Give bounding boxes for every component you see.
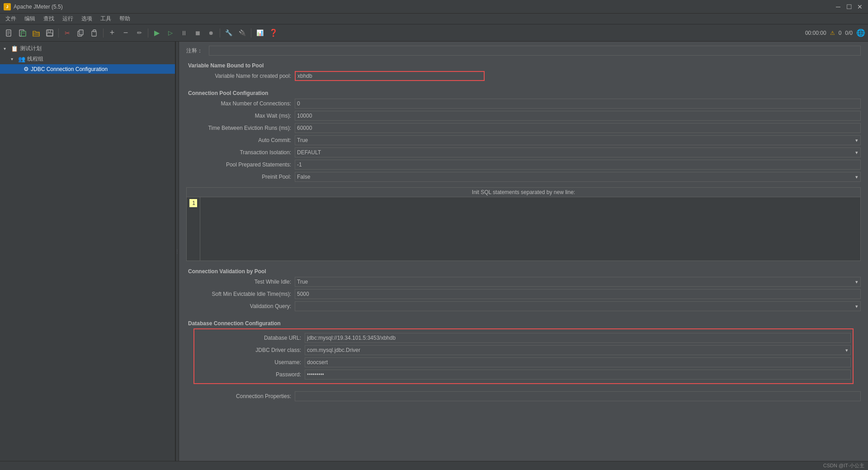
sql-editor[interactable] — [200, 197, 860, 261]
var-created-input[interactable] — [295, 71, 485, 81]
db-highlighted-wrapper: Database URL: JDBC Driver class: com.mys… — [193, 328, 854, 384]
svg-rect-11 — [79, 30, 83, 35]
paste-button[interactable] — [88, 27, 101, 39]
toolbar-right: 00:00:00 ⚠ 0 0/0 🌐 — [805, 28, 865, 37]
remote-start-button[interactable]: 🔧 — [222, 27, 235, 39]
sidebar-item-label-testplan: 测试计划 — [20, 45, 42, 52]
pool-label-maxwait: Max Wait (ms): — [186, 113, 295, 119]
var-bound-section: Variable Name Bound to Pool Variable Nam… — [179, 57, 868, 85]
remove-button[interactable]: − — [119, 27, 132, 39]
menu-tools[interactable]: 工具 — [97, 14, 115, 24]
start-no-pause-button[interactable]: ▷ — [164, 27, 177, 39]
sidebar-item-threadgroup[interactable]: ▾ 👥 线程组 — [0, 54, 175, 64]
stop-button[interactable]: ⏸ — [178, 27, 190, 39]
db-input-url-wrap — [305, 333, 851, 343]
menu-edit[interactable]: 编辑 — [21, 14, 39, 24]
pool-label-eviction: Time Between Eviction Runs (ms): — [186, 125, 295, 131]
pool-select-txisolation[interactable]: DEFAULT TRANSACTION_COMMITTED — [295, 147, 861, 157]
remote-stop-button[interactable]: 🔌 — [236, 27, 249, 39]
clear-all-button[interactable]: ⏺ — [205, 27, 217, 39]
db-input-password[interactable] — [305, 370, 851, 380]
notes-input[interactable] — [209, 46, 861, 56]
start-button[interactable]: ▶ — [151, 27, 163, 39]
pool-input-eviction[interactable] — [295, 123, 861, 133]
function-helper-button[interactable]: 📊 — [254, 27, 266, 39]
warning-count: 0 — [839, 30, 842, 36]
pool-input-maxwait-wrap — [295, 111, 861, 121]
toolbar-separator-3 — [148, 28, 148, 38]
validation-label-testidle: Test While Idle: — [186, 279, 295, 285]
pool-label-txisolation: Transaction Isolation: — [186, 149, 295, 156]
sql-body: 1 — [187, 197, 860, 261]
db-select-driver-wrap: com.mysql.jdbc.Driver — [305, 345, 851, 355]
db-label-driver: JDBC Driver class: — [196, 347, 305, 353]
pool-label-preparedstmt: Pool Prepared Statements: — [186, 161, 295, 168]
new-button[interactable] — [3, 27, 15, 39]
menu-help[interactable]: 帮助 — [116, 14, 134, 24]
conn-pool-title: Connection Pool Configuration — [186, 90, 861, 96]
validation-input-idletime[interactable] — [295, 289, 861, 299]
close-button[interactable]: ✕ — [855, 2, 864, 11]
pool-row-txisolation: Transaction Isolation: DEFAULT TRANSACTI… — [186, 147, 861, 158]
minimize-button[interactable]: ─ — [834, 2, 843, 11]
sql-area: Init SQL statements separated by new lin… — [186, 187, 861, 261]
clear-button[interactable]: ✏ — [133, 27, 146, 39]
validation-select-query[interactable] — [295, 301, 861, 311]
svg-rect-12 — [92, 31, 96, 36]
app-icon: J — [4, 3, 11, 10]
menu-options[interactable]: 选项 — [78, 14, 96, 24]
shutdown-button[interactable]: ⏹ — [191, 27, 204, 39]
new-template-button[interactable] — [16, 27, 29, 39]
db-input-username[interactable] — [305, 357, 851, 367]
sidebar-divider[interactable]: ⋮ — [175, 42, 179, 461]
help-button[interactable]: ❓ — [267, 27, 280, 39]
add-button[interactable]: + — [106, 27, 118, 39]
pool-select-preinit[interactable]: False True — [295, 172, 861, 182]
var-bound-title: Variable Name Bound to Pool — [186, 62, 861, 69]
pool-input-maxconn-wrap — [295, 99, 861, 109]
sidebar-item-testplan[interactable]: ▾ 📋 测试计划 — [0, 43, 175, 54]
pool-input-eviction-wrap — [295, 123, 861, 133]
validation-select-testidle[interactable]: True False — [295, 277, 861, 287]
sidebar: ▾ 📋 测试计划 ▾ 👥 线程组 ⚙ JDBC Connection Confi… — [0, 42, 175, 461]
restore-button[interactable]: ☐ — [844, 2, 854, 11]
menu-file[interactable]: 文件 — [2, 14, 20, 24]
cut-button[interactable]: ✂ — [61, 27, 74, 39]
expand-icon-testplan: ▾ — [4, 46, 9, 51]
validation-input-idletime-wrap — [295, 289, 861, 299]
conn-validation-section: Connection Validation by Pool Test While… — [179, 263, 868, 315]
conn-props-label: Connection Properties: — [186, 393, 295, 399]
title-bar: J Apache JMeter (5.5) ─ ☐ ✕ — [0, 0, 868, 14]
db-row-driver: JDBC Driver class: com.mysql.jdbc.Driver — [196, 345, 851, 356]
menu-run[interactable]: 运行 — [59, 14, 77, 24]
pool-input-maxconn[interactable] — [295, 99, 861, 109]
validation-row-idletime: Soft Min Evictable Idle Time(ms): — [186, 289, 861, 299]
pool-input-maxwait[interactable] — [295, 111, 861, 121]
db-input-url[interactable] — [305, 333, 851, 343]
status-bar: CSDN @IT·小公主 — [0, 461, 868, 470]
pool-input-preparedstmt-wrap — [295, 160, 861, 170]
pool-input-preparedstmt[interactable] — [295, 160, 861, 170]
svg-rect-9 — [47, 33, 52, 36]
validation-select-query-wrap — [295, 301, 861, 311]
pool-row-preparedstmt: Pool Prepared Statements: — [186, 159, 861, 170]
pool-label-autocommit: Auto Commit: — [186, 137, 295, 143]
toolbar-separator-2 — [103, 28, 104, 38]
pool-label-maxconn: Max Number of Connections: — [186, 100, 295, 107]
sidebar-item-jdbc[interactable]: ⚙ JDBC Connection Configuration — [0, 64, 175, 74]
db-row-url: Database URL: — [196, 332, 851, 343]
title-left: J Apache JMeter (5.5) — [4, 3, 63, 10]
db-select-driver[interactable]: com.mysql.jdbc.Driver — [305, 345, 851, 355]
menu-bar: 文件 编辑 查找 运行 选项 工具 帮助 — [0, 14, 868, 24]
save-button[interactable] — [43, 27, 56, 39]
warning-icon: ⚠ — [830, 30, 835, 36]
pool-select-autocommit[interactable]: True False — [295, 135, 861, 145]
conn-props-row: Connection Properties: — [186, 391, 861, 402]
conn-props-input[interactable] — [295, 391, 861, 401]
menu-find[interactable]: 查找 — [40, 14, 58, 24]
copy-button[interactable] — [75, 27, 87, 39]
content-area: 注释： Variable Name Bound to Pool Variable… — [179, 42, 868, 461]
pool-row-preinit: Preinit Pool: False True — [186, 171, 861, 182]
open-button[interactable] — [30, 27, 42, 39]
testplan-icon: 📋 — [11, 45, 18, 52]
